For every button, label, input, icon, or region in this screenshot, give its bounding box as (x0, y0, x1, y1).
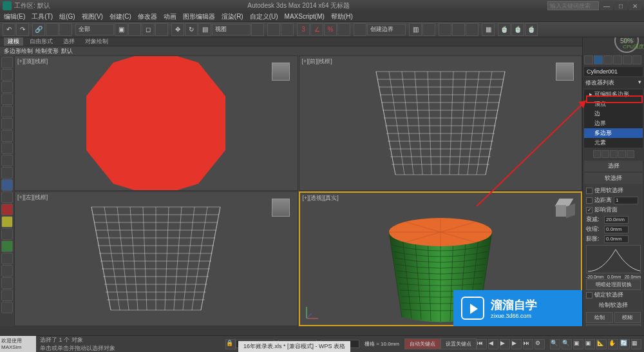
ribbon-tab-modeling[interactable]: 建模 (4, 37, 23, 46)
ribbon-tab-selection[interactable]: 选择 (59, 37, 79, 46)
lt-btn-19[interactable] (1, 277, 13, 289)
window-crossing-button[interactable] (155, 23, 168, 36)
lock-selection-button[interactable]: 🔒 (225, 339, 236, 349)
lt-btn-2[interactable] (1, 69, 13, 81)
render-frame-button[interactable]: 🍵 (511, 23, 524, 36)
ref-coord-dropdown[interactable]: 视图 (212, 24, 251, 35)
edge-distance-spinner[interactable]: 1 (614, 197, 638, 204)
rotate-button[interactable]: ↻ (185, 23, 198, 36)
ribbon-tab-freeform[interactable]: 自由形式 (26, 37, 57, 46)
orbit-button[interactable]: 🔄 (620, 339, 630, 349)
render-setup-button[interactable]: 🍵 (498, 23, 511, 36)
viewport-label-left[interactable]: [+][左][线框] (17, 193, 48, 202)
menu-animation[interactable]: 动画 (164, 12, 176, 21)
zoom-extents-all-button[interactable]: ▣ (585, 339, 595, 349)
remove-modifier-button[interactable] (618, 150, 626, 158)
viewcube-left[interactable] (269, 196, 292, 219)
redo-button[interactable]: ↷ (16, 23, 29, 36)
ribbon-tab-object-paint[interactable]: 对象绘制 (81, 37, 112, 46)
viewcube-front[interactable] (553, 60, 576, 83)
fov-button[interactable]: 📐 (596, 339, 607, 349)
menu-create[interactable]: 创建(C) (109, 12, 131, 21)
zoom-all-button[interactable]: 🔍 (562, 339, 572, 349)
next-frame-button[interactable]: ▶ (511, 339, 522, 349)
viewport-left[interactable]: [+][左][线框] (14, 191, 298, 327)
lt-btn-5[interactable] (1, 106, 13, 117)
mod-sub-vertex[interactable]: 顶点 (584, 99, 643, 109)
use-soft-selection-checkbox[interactable] (586, 188, 592, 194)
lock-soft-checkbox[interactable] (586, 292, 592, 298)
select-object-button[interactable]: ▣ (115, 23, 128, 36)
select-name-button[interactable] (128, 23, 141, 36)
max-toggle-button[interactable]: ▦ (631, 339, 641, 349)
goto-start-button[interactable]: ⏮ (477, 339, 487, 349)
pinch-spinner[interactable]: 0.0mm (604, 226, 629, 233)
paint-button[interactable]: 绘制 (586, 312, 613, 323)
menu-group[interactable]: 组(G) (59, 12, 75, 21)
motion-tab[interactable] (613, 55, 622, 64)
help-search-input[interactable] (547, 1, 599, 10)
angle-snap-button[interactable]: ∠ (310, 23, 323, 36)
lt-btn-8[interactable] (1, 142, 13, 154)
lt-btn-15[interactable] (1, 228, 13, 240)
lt-btn-1[interactable] (1, 57, 13, 68)
lt-btn-4[interactable] (1, 93, 13, 105)
lt-btn-14[interactable] (1, 216, 13, 228)
menu-customize[interactable]: 自定义(U) (250, 12, 278, 21)
make-unique-button[interactable] (610, 150, 618, 158)
viewport-top[interactable]: [+][顶][线框] (14, 55, 298, 191)
named-selection-button[interactable] (354, 23, 366, 36)
modifier-list-dropdown[interactable]: 修改器列表▾ (583, 77, 644, 88)
time-config-button[interactable]: ⚙ (535, 339, 545, 349)
menu-help[interactable]: 帮助(H) (331, 12, 353, 21)
rollout-soft-selection[interactable]: 软选择 (584, 173, 643, 184)
selection-filter-dropdown[interactable]: 全部 (75, 24, 114, 35)
viewport-label-perspective[interactable]: [+][透视][真实] (303, 194, 339, 202)
workspace-selector[interactable]: 工作区: 默认 (14, 1, 50, 10)
mod-item-editable-poly[interactable]: ▸ 可编辑多边形 (584, 90, 643, 99)
menu-view[interactable]: 视图(V) (82, 12, 103, 21)
menu-tools[interactable]: 工具(T) (32, 12, 53, 21)
schematic-view-button[interactable] (466, 23, 478, 36)
modifier-stack[interactable]: ▸ 可编辑多边形 顶点 边 边界 多边形 元素 (584, 90, 643, 148)
viewport-label-front[interactable]: [+][前][线框] (302, 57, 332, 66)
mod-sub-polygon[interactable]: 多边形 (584, 128, 643, 138)
lt-btn-6[interactable] (1, 118, 13, 130)
affect-backfacing-checkbox[interactable] (586, 207, 592, 213)
mod-sub-edge[interactable]: 边 (584, 109, 643, 119)
lt-btn-12[interactable] (1, 191, 13, 203)
lt-btn-9[interactable] (1, 155, 13, 166)
viewport-label-top[interactable]: [+][顶][线框] (17, 57, 48, 66)
mod-sub-element[interactable]: 元素 (584, 138, 643, 148)
zoom-extents-button[interactable]: ▣ (573, 339, 583, 349)
play-button[interactable]: ▶ (500, 339, 510, 349)
lt-btn-10[interactable] (1, 167, 13, 179)
lt-btn-13[interactable] (1, 204, 13, 215)
bind-button[interactable] (59, 23, 72, 36)
edge-distance-checkbox[interactable] (586, 197, 592, 204)
percent-snap-button[interactable]: % (324, 23, 337, 36)
keyboard-button[interactable] (281, 23, 294, 36)
scale-button[interactable]: ▤ (198, 23, 211, 36)
lt-btn-17[interactable] (1, 253, 13, 264)
menu-rendering[interactable]: 渲染(R) (222, 12, 243, 21)
viewport-front[interactable]: [+][前][线框] (299, 55, 583, 191)
taskbar-window[interactable]: 16年账录表.xls * [兼容模式] - WPS 表格 (238, 341, 350, 352)
lt-btn-3[interactable] (1, 81, 13, 93)
configure-sets-button[interactable] (627, 150, 634, 158)
select-region-button[interactable]: ◻ (142, 23, 155, 36)
lt-btn-16[interactable] (1, 240, 13, 252)
named-selection-dropdown[interactable]: 创建边界 (367, 24, 406, 35)
material-editor-button[interactable]: ▦ (482, 23, 495, 36)
move-button[interactable]: ✥ (171, 23, 184, 36)
lt-btn-18[interactable] (1, 265, 13, 277)
unlink-button[interactable] (46, 23, 59, 36)
minimize-button[interactable]: — (600, 1, 613, 10)
manipulate-button[interactable] (267, 23, 280, 36)
bubble-spinner[interactable]: 0.0mm (604, 235, 629, 243)
pan-button[interactable]: ✋ (608, 339, 618, 349)
hierarchy-tab[interactable] (603, 55, 612, 64)
create-tab[interactable] (584, 55, 593, 64)
display-tab[interactable] (623, 55, 632, 64)
viewcube-top[interactable] (269, 60, 292, 83)
